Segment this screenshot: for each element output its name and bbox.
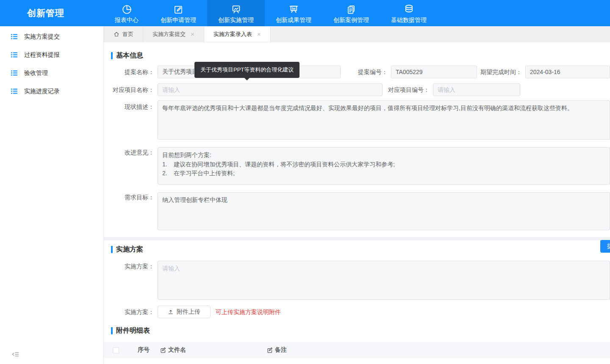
project-no-label: 对应项目编号： bbox=[383, 83, 433, 96]
tab-plan-submit[interactable]: 实施方案提交 × bbox=[143, 26, 204, 42]
nav-label: 创新成果管理 bbox=[276, 17, 311, 23]
nav-innovation-achievements[interactable]: 创新成果管理 bbox=[265, 0, 322, 26]
sidebar-item-acceptance[interactable]: 验收管理 bbox=[0, 64, 103, 82]
sidebar-item-label: 过程资料提报 bbox=[24, 51, 60, 59]
impl-plan-textarea[interactable] bbox=[158, 261, 610, 300]
proposal-name-label: 提案名称： bbox=[104, 66, 158, 78]
upload-button-label: 附件上传 bbox=[177, 308, 200, 316]
sidebar-item-label: 实施进度记录 bbox=[24, 88, 60, 95]
section-divider bbox=[104, 237, 610, 240]
goal-textarea[interactable]: 纳入管理创新专栏中体现 bbox=[158, 192, 610, 230]
upload-icon bbox=[168, 309, 174, 315]
impl-attachment-label: 实施方案： bbox=[104, 306, 158, 318]
topbar: 创新管理 报表中心 创新申请管理 创新实施管理 bbox=[0, 0, 610, 26]
collapse-sidebar-icon[interactable] bbox=[11, 350, 19, 358]
app-root: 创新管理 报表中心 创新申请管理 创新实施管理 bbox=[0, 0, 610, 364]
section-title-impl-plan: 实施方案 bbox=[111, 245, 610, 254]
upload-hint-text: 可上传实施方案说明附件 bbox=[216, 306, 281, 318]
project-no-input[interactable] bbox=[433, 83, 520, 96]
sidebar-item-plan-submit[interactable]: 实施方案提交 bbox=[0, 28, 103, 46]
project-name-label: 对应项目名称： bbox=[104, 83, 158, 96]
column-filename: 文件名 bbox=[168, 346, 186, 354]
list-icon bbox=[11, 69, 18, 77]
impl-plan-label: 实施方案： bbox=[104, 260, 158, 273]
nav-report-center[interactable]: 报表中心 bbox=[104, 0, 150, 26]
edit-icon bbox=[267, 347, 273, 353]
table-empty-text: 暂无数据 bbox=[104, 358, 610, 364]
section-accent-bar bbox=[111, 327, 113, 334]
section-title-attachment-table: 附件明细表 bbox=[111, 326, 610, 335]
tab-label: 实施方案提交 bbox=[152, 30, 186, 38]
sidebar: 实施方案提交 过程资料提报 验收管理 实施进度记录 bbox=[0, 26, 104, 364]
select-all-checkbox[interactable] bbox=[113, 347, 119, 353]
edit-icon bbox=[160, 347, 166, 353]
goal-label: 需求目标： bbox=[104, 191, 158, 204]
board-bars-icon bbox=[288, 3, 299, 15]
nav-label: 创新申请管理 bbox=[161, 17, 196, 23]
list-icon bbox=[11, 33, 18, 40]
list-icon bbox=[11, 51, 18, 58]
nav-innovation-cases[interactable]: 创新案例管理 bbox=[322, 0, 380, 26]
close-icon[interactable]: × bbox=[257, 31, 261, 37]
nav-label: 创新案例管理 bbox=[333, 17, 369, 23]
tab-bar: 首页 实施方案提交 × 实施方案录入表 × bbox=[104, 26, 610, 42]
tooltip: 关于优秀项目PPT等资料的合理化建议 bbox=[194, 62, 299, 78]
top-navigation: 报表中心 创新申请管理 创新实施管理 创新成果管理 bbox=[104, 0, 438, 26]
workspace: 首页 实施方案提交 × 实施方案录入表 × 基本信息 关于优秀项目PP bbox=[104, 26, 610, 364]
form-content: 基本信息 关于优秀项目PPT等资料的合理化建议 提案名称： 提案编号： 期望完成… bbox=[104, 42, 610, 364]
nav-label: 报表中心 bbox=[115, 17, 139, 23]
edit-square-icon bbox=[173, 3, 184, 15]
attachment-table-header: 序号 文件名 备注 bbox=[104, 342, 610, 358]
home-icon bbox=[114, 31, 119, 37]
section-accent-bar bbox=[111, 246, 113, 253]
submit-button[interactable]: 提交 bbox=[600, 240, 610, 253]
tab-label: 实施方案录入表 bbox=[214, 30, 252, 38]
tab-plan-entry-form[interactable]: 实施方案录入表 × bbox=[204, 26, 271, 42]
nav-basic-data[interactable]: 基础数据管理 bbox=[380, 0, 438, 26]
list-icon bbox=[11, 88, 18, 95]
status-desc-textarea[interactable]: 每年年底评选的优秀项目和十大课题都是当年度完成情况最好、实现效果最好的项目，值得… bbox=[158, 100, 610, 140]
section-accent-bar bbox=[111, 52, 113, 59]
nav-label: 创新实施管理 bbox=[218, 17, 254, 23]
expected-date-input[interactable] bbox=[525, 66, 610, 78]
database-icon bbox=[403, 3, 415, 15]
expected-date-label: 期望完成时间： bbox=[477, 66, 525, 78]
status-desc-label: 现状描述： bbox=[104, 100, 158, 113]
sidebar-item-label: 验收管理 bbox=[24, 69, 48, 77]
column-seq: 序号 bbox=[138, 346, 150, 354]
presentation-chart-icon bbox=[230, 3, 242, 15]
close-icon[interactable]: × bbox=[191, 31, 194, 37]
proposal-no-label: 提案编号： bbox=[341, 66, 391, 78]
pie-chart-icon bbox=[121, 3, 133, 15]
attachment-upload-button[interactable]: 附件上传 bbox=[158, 306, 211, 318]
project-name-input[interactable] bbox=[158, 83, 383, 96]
sidebar-item-label: 实施方案提交 bbox=[24, 33, 60, 41]
app-title: 创新管理 bbox=[0, 0, 104, 26]
column-remark: 备注 bbox=[275, 346, 287, 354]
tab-label: 首页 bbox=[122, 30, 133, 38]
improvement-label: 改进意见： bbox=[104, 146, 158, 159]
sidebar-item-process-materials[interactable]: 过程资料提报 bbox=[0, 46, 103, 64]
section-title-basic-info: 基本信息 bbox=[111, 51, 610, 60]
nav-innovation-implementation[interactable]: 创新实施管理 bbox=[207, 0, 265, 26]
improvement-textarea[interactable]: 目前想到两个方案: 1. 建议在协同增加优秀项目、课题的资料，将不涉密的项目资料… bbox=[158, 147, 610, 185]
documents-copy-icon bbox=[346, 3, 357, 15]
tab-home[interactable]: 首页 bbox=[104, 26, 143, 42]
nav-label: 基础数据管理 bbox=[391, 17, 427, 23]
sidebar-item-progress-record[interactable]: 实施进度记录 bbox=[0, 82, 103, 100]
proposal-no-input[interactable] bbox=[391, 66, 477, 78]
nav-innovation-application[interactable]: 创新申请管理 bbox=[150, 0, 207, 26]
